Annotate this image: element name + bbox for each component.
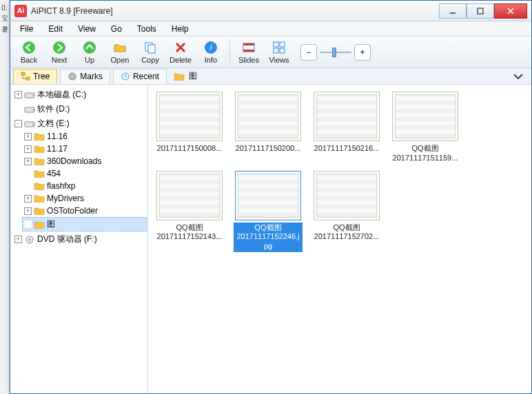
thumbnail-pane[interactable]: 20171117150008...20171117150200...201711… — [148, 85, 531, 393]
app-window: Ai AiPICT 8.9 [Freeware] File Edit View … — [10, 0, 532, 394]
zoom-in-button[interactable]: + — [354, 44, 371, 61]
tree-node[interactable]: 软件 (D:) — [13, 103, 146, 116]
close-button[interactable] — [494, 3, 527, 19]
thumbnail-item[interactable]: 20171117150200... — [234, 92, 303, 164]
left-gutter: 0. 宝 暑 — [0, 0, 10, 394]
tree-expander[interactable]: + — [24, 195, 32, 203]
folder-tree[interactable]: +本地磁盘 (C:)软件 (D:)-文档 (E:)+11.16+11.17+36… — [10, 85, 148, 393]
tree-expander[interactable]: - — [14, 120, 22, 127]
open-button[interactable]: Open — [105, 38, 134, 67]
svg-rect-14 — [243, 43, 254, 45]
thumbnail-frame — [235, 171, 301, 220]
tab-tree[interactable]: Tree — [13, 69, 57, 84]
back-button[interactable]: Back — [14, 38, 43, 67]
menu-file[interactable]: File — [13, 23, 40, 35]
svg-point-6 — [83, 41, 96, 54]
tree-expander — [24, 183, 32, 190]
thumbnail-item[interactable]: 20171117150008... — [155, 92, 224, 164]
copy-button[interactable]: Copy — [136, 38, 165, 67]
tree-node[interactable]: +OSTotoFolder — [23, 205, 146, 216]
maximize-button[interactable] — [467, 3, 494, 19]
tree-node[interactable]: +360Downloads — [23, 156, 146, 167]
tree-label: 11.17 — [47, 144, 68, 154]
up-button[interactable]: Up — [75, 38, 104, 67]
tab-label: Recent — [133, 72, 159, 81]
tree-expander[interactable]: + — [14, 91, 22, 98]
thumbnail-frame — [314, 92, 380, 141]
tree-label: flashfxp — [47, 181, 75, 191]
thumbnail-caption: 20171117150008... — [155, 143, 224, 154]
folder-icon — [174, 72, 185, 81]
tree-node[interactable]: -文档 (E:) — [13, 117, 146, 130]
tree-node[interactable]: 454 — [23, 168, 146, 179]
drive-icon — [24, 105, 35, 114]
tree-node[interactable]: +11.17 — [23, 143, 146, 154]
delete-button[interactable]: Delete — [166, 38, 195, 67]
zoom-stepper: − + — [300, 44, 371, 61]
delete-icon — [173, 40, 188, 55]
svg-rect-17 — [280, 42, 285, 47]
content-area: +本地磁盘 (C:)软件 (D:)-文档 (E:)+11.16+11.17+36… — [10, 85, 531, 393]
arrow-right-icon — [52, 40, 67, 55]
info-button[interactable]: iInfo — [196, 38, 225, 67]
drive-icon — [24, 119, 35, 129]
menu-tools[interactable]: Tools — [130, 23, 163, 35]
thumbnail-caption: 20171117150200... — [234, 143, 303, 154]
minimize-button[interactable] — [439, 3, 467, 19]
folder-icon — [34, 181, 45, 191]
drive-icon — [24, 90, 35, 100]
thumbnail-item[interactable]: QQ截图20171117152702... — [312, 171, 381, 252]
tree-node[interactable]: flashfxp — [23, 180, 146, 191]
svg-rect-8 — [148, 45, 155, 53]
gutter-mark: 宝 — [1, 15, 8, 22]
slides-button[interactable]: Slides — [234, 38, 263, 67]
tree-expander[interactable]: + — [24, 133, 32, 141]
address-dropdown-button[interactable] — [512, 70, 524, 83]
menu-help[interactable]: Help — [165, 23, 196, 35]
tree-expander[interactable]: + — [24, 207, 32, 215]
tab-recent[interactable]: Recent — [113, 69, 167, 84]
copy-icon — [143, 40, 158, 55]
tree-expander[interactable]: + — [24, 158, 32, 165]
thumbnail-item[interactable]: QQ截图20171117152246.jpg — [234, 171, 303, 252]
thumbnail-caption: QQ截图20171117152246.jpg — [234, 222, 303, 252]
folder-icon — [34, 144, 45, 154]
thumbnail-caption: 20171117150216... — [312, 143, 381, 154]
tree-expander[interactable]: + — [14, 236, 22, 243]
tree-node[interactable]: 图 — [23, 218, 146, 231]
tree-label: 图 — [47, 218, 55, 230]
thumbnail-frame — [156, 171, 223, 220]
svg-point-25 — [32, 94, 34, 96]
thumbnail-item[interactable]: QQ截图20171117152143... — [155, 171, 224, 252]
menu-edit[interactable]: Edit — [41, 23, 70, 35]
menu-go[interactable]: Go — [104, 23, 129, 35]
next-button[interactable]: Next — [45, 38, 74, 67]
zoom-slider[interactable] — [320, 50, 351, 55]
views-button[interactable]: Views — [265, 38, 294, 67]
thumbnail-caption: QQ截图20171117152702... — [312, 222, 381, 243]
thumbnail-frame — [235, 92, 301, 141]
recent-icon — [121, 72, 130, 81]
arrow-left-icon — [21, 40, 37, 55]
tree-node[interactable]: +DVD 驱动器 (F:) — [13, 233, 146, 246]
toolbar-separator — [229, 40, 230, 65]
menu-view[interactable]: View — [71, 23, 103, 35]
thumbnail-item[interactable]: 20171117150216... — [312, 92, 381, 164]
tree-node[interactable]: +本地磁盘 (C:) — [13, 88, 146, 101]
address-bar[interactable]: 图 — [170, 70, 529, 83]
tree-node[interactable]: +11.16 — [23, 131, 146, 142]
svg-point-29 — [32, 123, 34, 125]
thumbnail-item[interactable]: QQ截图20171117151159... — [391, 92, 460, 164]
svg-rect-21 — [26, 77, 30, 80]
slides-icon — [241, 40, 256, 55]
tree-node[interactable]: +MyDrivers — [23, 193, 146, 204]
svg-point-27 — [32, 109, 34, 110]
svg-point-22 — [69, 73, 76, 80]
titlebar[interactable]: Ai AiPICT 8.9 [Freeware] — [10, 1, 531, 21]
zoom-out-button[interactable]: − — [300, 44, 317, 61]
tree-label: MyDrivers — [47, 194, 84, 203]
tree-expander[interactable]: + — [24, 145, 32, 153]
tab-marks[interactable]: Marks — [60, 69, 110, 84]
svg-rect-20 — [21, 72, 25, 75]
folder-icon — [34, 206, 45, 216]
